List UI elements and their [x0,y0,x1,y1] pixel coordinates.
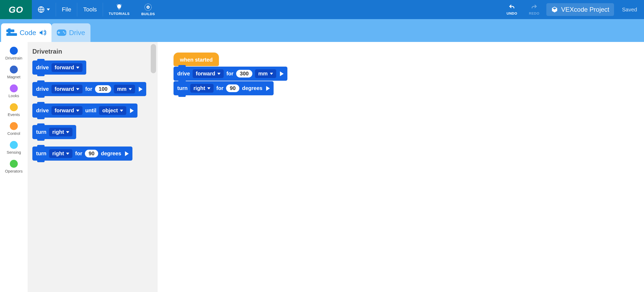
palette-scrollbar[interactable] [151,44,156,73]
undo-icon [508,4,516,10]
hat-when-started[interactable]: when started [174,53,219,66]
cat-label: Sensing [7,150,21,154]
tutorials-label: TUTORIALS [109,12,130,16]
block-text: turn [177,85,188,91]
block-text: until [85,108,96,114]
chevron-down-icon [76,110,79,112]
unit-dropdown[interactable]: mm [255,69,276,78]
angle-input[interactable]: 90 [85,150,98,157]
palette-title: Drivetrain [32,48,153,55]
undo-label: UNDO [507,11,517,15]
tab-drive[interactable]: Drive [51,23,90,42]
cat-label: Events [8,112,20,117]
object-dropdown[interactable]: object [99,106,126,115]
direction-dropdown[interactable]: right [190,84,214,93]
chevron-down-icon [76,88,79,90]
cat-label: Drivetrain [5,56,22,60]
script-stack[interactable]: when started drive forward for 300 mm tu… [174,53,628,96]
save-status-text: Saved [622,7,637,13]
svg-rect-7 [8,32,11,34]
block-text: turn [36,129,46,135]
block-text: for [75,151,82,157]
cat-looks[interactable]: Looks [0,82,28,100]
redo-button: REDO [523,0,545,19]
cat-magnet[interactable]: Magnet [0,63,28,81]
chevron-down-icon [217,73,221,75]
cat-dot [10,122,18,130]
play-icon [139,87,142,92]
project-name-box[interactable]: VEXcode Project [546,3,614,16]
play-icon [280,71,284,76]
lightbulb-icon [116,4,123,11]
file-menu[interactable]: File [56,0,77,19]
play-icon [125,151,129,156]
script-canvas[interactable]: when started drive forward for 300 mm tu… [158,42,644,292]
unit-dropdown[interactable]: mm [114,85,135,93]
direction-dropdown[interactable]: right [49,128,72,136]
direction-dropdown[interactable]: forward [51,63,83,72]
category-sidebar: Drivetrain Magnet Looks Events Control S… [0,42,28,292]
palette-block-drive-for[interactable]: drive forward for 100 mm [32,82,146,96]
globe-icon [38,6,45,13]
chevron-down-icon [66,131,69,133]
block-text: degrees [242,85,262,91]
builds-label: BUILDS [141,12,155,16]
direction-dropdown[interactable]: right [49,149,72,158]
angle-input[interactable]: 90 [226,84,239,92]
block-text: drive [36,65,49,71]
cat-drivetrain[interactable]: Drivetrain [0,45,28,62]
block-text: for [226,71,234,77]
tab-code-label: Code [20,29,36,37]
cat-operators[interactable]: Operators [0,158,28,175]
redo-icon [530,4,538,10]
cat-dot [10,84,18,92]
cube-icon [551,6,558,13]
play-icon [130,108,134,113]
svg-point-3 [148,6,149,8]
block-text: drive [36,86,49,92]
tools-menu-label: Tools [83,6,97,13]
tab-code[interactable]: Code [1,23,51,42]
mode-tabstrip: Code Drive [0,19,644,42]
language-menu[interactable] [32,0,56,19]
palette-block-turn-for[interactable]: turn right for 90 degrees [32,147,132,161]
top-toolbar: GO File Tools TUTORIALS BUILDS UNDO REDO… [0,0,644,19]
palette-block-drive-until[interactable]: drive forward until object [32,104,137,118]
direction-dropdown[interactable]: forward [51,85,83,93]
block-text: drive [36,108,49,114]
save-status: Saved [615,0,644,19]
script-block-turn-for[interactable]: turn right for 90 degrees [174,81,274,95]
cat-dot [10,66,18,74]
undo-button[interactable]: UNDO [501,0,523,19]
cat-label: Control [7,131,20,136]
direction-dropdown[interactable]: forward [51,106,83,115]
cat-sensing[interactable]: Sensing [0,139,28,157]
cat-dot [10,141,18,149]
palette-block-drive[interactable]: drive forward [32,61,86,75]
tab-drive-label: Drive [69,29,85,37]
cat-label: Magnet [7,75,20,79]
direction-dropdown[interactable]: forward [193,69,224,78]
distance-input[interactable]: 300 [236,70,252,78]
play-icon [266,86,270,91]
block-text: for [216,85,223,91]
file-menu-label: File [62,6,71,13]
cat-events[interactable]: Events [0,101,28,119]
tutorials-button[interactable]: TUTORIALS [103,0,136,19]
palette-block-turn[interactable]: turn right [32,125,76,139]
gear-badge-icon [144,3,152,11]
block-text: drive [177,71,190,77]
cat-control[interactable]: Control [0,120,28,138]
chevron-down-icon [76,67,79,69]
hat-label: when started [180,57,213,63]
chevron-down-icon [47,8,50,11]
tools-menu[interactable]: Tools [77,0,102,19]
block-text: degrees [101,151,121,157]
builds-button[interactable]: BUILDS [135,0,161,19]
block-text: turn [36,151,46,157]
chevron-down-icon [129,88,132,90]
sound-icon [39,29,46,36]
distance-input[interactable]: 100 [95,85,111,93]
script-block-drive-for[interactable]: drive forward for 300 mm [174,67,287,81]
project-name-text: VEXcode Project [561,6,609,13]
